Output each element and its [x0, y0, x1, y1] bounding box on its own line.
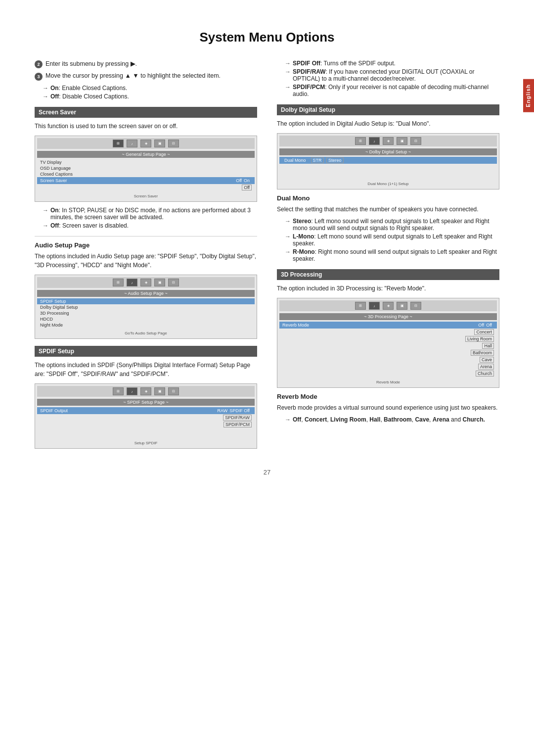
dual-mono-body: Select the setting that matches the numb…	[277, 205, 499, 214]
3d-processing-header: 3D Processing	[277, 269, 499, 280]
audio-setup-title: Audio Setup Page	[35, 241, 257, 249]
mock-row-osd-language: OSD Language	[37, 165, 255, 171]
screen-saver-body: This function is used to turn the screen…	[35, 122, 257, 131]
mock-icon-d5: ⊟	[410, 137, 421, 145]
on-closed-captions: → On: Enable Closed Captions.	[43, 85, 257, 92]
mock-row-dual-mono: Dual Mono STR Stereo	[279, 157, 497, 164]
mock-icon-d1: ⊞	[355, 137, 366, 145]
mock-icon-a3: ◈	[140, 279, 151, 286]
mock-icon-4: ▣	[154, 140, 165, 147]
mock-icon-3d1: ⊞	[355, 302, 366, 310]
mock-row-hall: Hall	[279, 342, 497, 349]
mock-icon-s4: ▣	[154, 387, 165, 395]
church-opt: Church	[476, 371, 494, 377]
reverb-modes-text: Off, Concert, Living Room, Hall, Bathroo…	[293, 416, 485, 423]
spdif-setup-mock: ⊞ ♪ ◈ ▣ ⊟ ~ SPDIF Setup Page ~ SPDIF Out…	[35, 383, 257, 449]
spdif-off-arrow: → SPDIF Off: Turns off the SPDIF output.	[285, 60, 499, 67]
mock-screen-title-general: ~ General Setup Page ~	[37, 151, 255, 158]
off-closed-captions: → Off: Disable Closed Captions.	[43, 93, 257, 100]
mock-icon-3d2: ♪	[369, 302, 380, 310]
mock-row-spdif-pcm: SPDIF/PCM	[37, 421, 255, 428]
arrow-icon: →	[43, 85, 48, 92]
mock-row-reverb: Reverb Mode Off Off	[279, 322, 497, 329]
mock-footer-screen-saver: Screen Saver	[37, 193, 255, 199]
hall-opt: Hall	[482, 343, 494, 349]
mock-icon-1: ⊞	[113, 140, 124, 147]
mock-footer-audio: GoTo Audio Setup Page	[37, 330, 255, 336]
mock-icon-a5: ⊟	[168, 279, 179, 286]
mock-row-hdcd: HDCD	[37, 316, 255, 322]
dolby-digital-mock: ⊞ ♪ ◈ ▣ ⊟ ~ Dolby Digital Setup ~ Dual M…	[277, 133, 499, 189]
r-mono-text: R-Mono: Right mono sound will send outpu…	[293, 248, 499, 262]
mock-icon-d4: ▣	[397, 137, 407, 145]
spdif-off-text: SPDIF Off: Turns off the SPDIF output.	[293, 60, 396, 67]
reverb-mode-title: Reverb Mode	[277, 393, 499, 400]
language-tab: English	[523, 79, 534, 112]
concert-opt: Concert	[474, 329, 494, 335]
mock-row-arena: Arena	[279, 363, 497, 370]
mock-row-church: Church	[279, 370, 497, 377]
mock-row-concert: Concert	[279, 329, 497, 335]
3d-processing-mock: ⊞ ♪ ◈ ▣ ⊟ ~ 3D Processing Page ~ Reverb …	[277, 298, 499, 388]
spdif-raw-text: SPDIF/RAW: If you have connected your DI…	[293, 68, 499, 82]
mock-icons-bar: ⊞ ♪ ◈ ▣ ⊟	[37, 138, 255, 149]
living-room-opt: Living Room	[465, 336, 494, 342]
num-3: 3	[35, 73, 43, 81]
mock-icon-3d3: ◈	[383, 302, 394, 310]
arrow-icon: →	[285, 68, 291, 75]
mock-icon-a4: ▣	[154, 279, 165, 286]
mock-icon-3d5: ⊟	[410, 302, 421, 310]
mock-row-cave: Cave	[279, 356, 497, 363]
spdif-pcm-text: SPDIF/PCM: Only if your receiver is not …	[293, 84, 499, 97]
screen-saver-on-text: On: In STOP, PAUSE or No DISC mode, if n…	[50, 207, 257, 221]
mock-icons-audio: ⊞ ♪ ◈ ▣ ⊟	[37, 277, 255, 288]
divider-audio	[35, 236, 257, 236]
arrow-icon: →	[43, 93, 48, 100]
mock-screen-title-spdif: ~ SPDIF Setup Page ~	[37, 399, 255, 406]
left-column: 2 Enter its submenu by pressing ▶. 3 Mov…	[35, 60, 257, 454]
spdif-off-opt: SPDIF Off	[227, 408, 252, 414]
mock-screen-title-3d: ~ 3D Processing Page ~	[279, 313, 497, 320]
intro-text-2: Enter its submenu by pressing ▶.	[45, 60, 137, 67]
arrow-icon: →	[285, 218, 291, 225]
mock-screen-title-audio: ~ Audio Setup Page ~	[37, 290, 255, 297]
arrow-icon: →	[285, 84, 291, 91]
audio-setup-mock: ⊞ ♪ ◈ ▣ ⊟ ~ Audio Setup Page ~ SPDIF Set…	[35, 275, 257, 339]
r-mono-arrow: → R-Mono: Right mono sound will send out…	[285, 248, 499, 262]
arrow-icon: →	[43, 222, 48, 229]
screen-saver-mock: ⊞ ♪ ◈ ▣ ⊟ ~ General Setup Page ~ TV Disp…	[35, 136, 257, 202]
num-2: 2	[35, 60, 43, 68]
mock-icon-2: ♪	[127, 140, 137, 147]
screen-saver-on-opt: On	[242, 178, 252, 184]
mock-icon-3: ◈	[140, 140, 151, 147]
mock-row-3d: 3D Processing	[37, 310, 255, 316]
mock-footer-3d: Reverb Mode	[279, 379, 497, 385]
reverb-off-opt: Off	[484, 322, 494, 328]
arrow-icon: →	[285, 60, 291, 67]
l-mono-text: L-Mono: Left mono sound will send output…	[293, 233, 499, 247]
mock-icons-spdif: ⊞ ♪ ◈ ▣ ⊟	[37, 386, 255, 397]
3d-processing-body: The option included in 3D Processing is:…	[277, 284, 499, 293]
spdif-pcm-arrow: → SPDIF/PCM: Only if your receiver is no…	[285, 84, 499, 97]
dolby-digital-header: Dolby Digital Setup	[277, 104, 499, 115]
audio-setup-body: The options included in Audio Setup page…	[35, 252, 257, 270]
screen-saver-off-arrow: → Off: Screen saver is disabled.	[43, 222, 257, 229]
arrow-icon: →	[43, 207, 48, 214]
spdif-pcm-opt: SPDIF/PCM	[223, 422, 252, 427]
stereo-text: Stereo: Left mono sound will send output…	[293, 218, 499, 232]
mock-row-tv-display: TV Display	[37, 159, 255, 165]
mock-row-living-room: Living Room	[279, 335, 497, 342]
mock-row-dolby: Dolby Digital Setup	[37, 304, 255, 310]
mock-icon-s3: ◈	[140, 387, 151, 395]
intro-item-2: 2 Enter its submenu by pressing ▶.	[35, 60, 257, 68]
on-label: On: Enable Closed Captions.	[50, 85, 127, 92]
mock-icon-3d4: ▣	[397, 302, 407, 310]
bathroom-opt: Bathroom	[471, 350, 494, 356]
l-mono-arrow: → L-Mono: Left mono sound will send outp…	[285, 233, 499, 247]
mock-footer-dolby: Dual Mono (1+1) Setup	[279, 181, 497, 187]
mock-row-screen-saver: Screen Saver Off On	[37, 177, 255, 184]
mock-icon-s2: ♪	[127, 387, 137, 395]
screen-saver-header: Screen Saver	[35, 107, 257, 118]
dual-mono-title: Dual Mono	[277, 194, 499, 202]
spdif-setup-body: The options included in SPDIF (Sony/Phil…	[35, 361, 257, 378]
